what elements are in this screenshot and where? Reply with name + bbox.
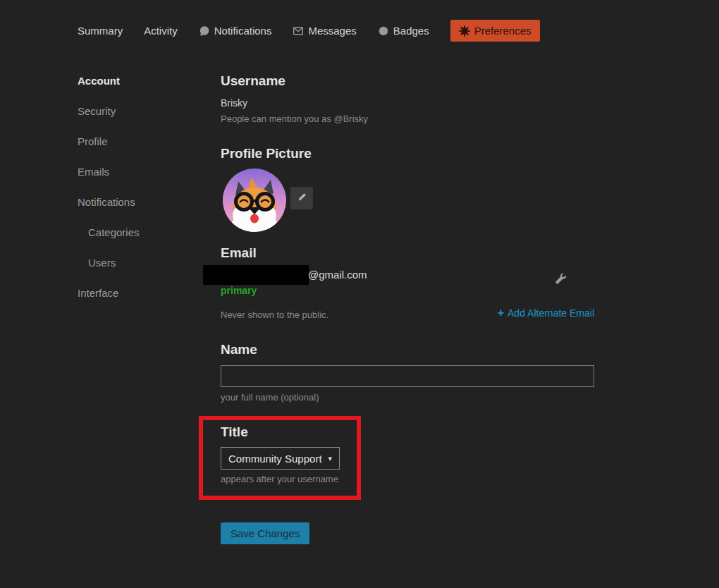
avatar xyxy=(223,169,286,232)
tab-activity[interactable]: Activity xyxy=(144,25,178,37)
sidebar-item-notifications[interactable]: Notifications xyxy=(78,187,197,217)
save-changes-button[interactable]: Save Changes xyxy=(221,522,309,544)
username-hint: People can mention you as @Brisky xyxy=(221,114,368,124)
preferences-sidebar: Account Security Profile Emails Notifica… xyxy=(78,66,197,308)
sidebar-item-security[interactable]: Security xyxy=(78,96,197,126)
profile-picture-heading: Profile Picture xyxy=(221,146,312,161)
full-name-input[interactable] xyxy=(221,365,594,387)
username-value: Brisky xyxy=(221,97,247,109)
name-hint: your full name (optional) xyxy=(221,392,319,403)
title-dropdown[interactable]: Community Support ▾ xyxy=(221,447,340,470)
email-hint: Never shown to the public. xyxy=(221,310,328,320)
email-primary-badge: primary xyxy=(221,285,257,296)
add-alternate-email-link[interactable]: + Add Alternate Email xyxy=(498,307,594,319)
email-heading: Email xyxy=(221,245,257,261)
sidebar-item-account[interactable]: Account xyxy=(78,66,197,96)
pencil-icon xyxy=(297,192,307,205)
caret-down-icon: ▾ xyxy=(328,454,332,463)
sidebar-item-profile[interactable]: Profile xyxy=(78,126,197,157)
title-heading: Title xyxy=(221,424,248,440)
speech-bubble-icon xyxy=(199,25,210,37)
name-heading: Name xyxy=(221,342,257,357)
sidebar-item-emails[interactable]: Emails xyxy=(78,157,197,187)
account-preferences-content: Username Brisky People can mention you a… xyxy=(221,0,594,588)
tab-summary[interactable]: Summary xyxy=(78,25,123,37)
plus-icon: + xyxy=(498,308,504,318)
tab-activity-label: Activity xyxy=(144,25,178,37)
wrench-icon[interactable] xyxy=(554,272,567,285)
title-dropdown-selected: Community Support xyxy=(228,453,322,465)
edit-avatar-button[interactable] xyxy=(290,187,313,209)
tab-summary-label: Summary xyxy=(78,25,123,37)
title-hint: appears after your username xyxy=(221,474,338,484)
sidebar-item-categories[interactable]: Categories xyxy=(78,217,197,247)
username-heading: Username xyxy=(221,73,285,89)
add-alternate-email-label: Add Alternate Email xyxy=(508,307,594,319)
sidebar-item-users[interactable]: Users xyxy=(78,247,197,278)
sidebar-item-interface[interactable]: Interface xyxy=(78,278,197,308)
email-value: @gmail.com xyxy=(308,269,367,281)
redacted-email-username xyxy=(203,265,309,285)
